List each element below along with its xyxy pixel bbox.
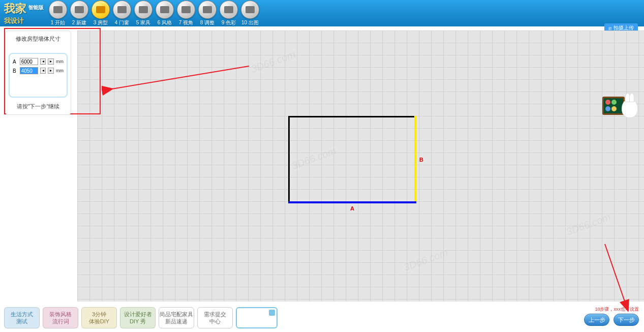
camera-icon: ⎚ <box>608 25 611 31</box>
svg-line-1 <box>112 66 249 89</box>
step-circle-icon <box>177 1 195 19</box>
dim-input-b[interactable] <box>20 67 38 74</box>
step-10[interactable]: 10 出图 <box>241 1 259 26</box>
step-label: 6 风格 <box>158 19 172 26</box>
wall-left[interactable] <box>288 116 290 203</box>
step-8[interactable]: 8 调整 <box>198 1 217 26</box>
dim-decrease-button[interactable]: ◂ <box>40 68 46 74</box>
dim-decrease-button[interactable]: ◂ <box>40 58 46 65</box>
step-6[interactable]: 6 风格 <box>156 1 174 26</box>
dimension-marker-a: A <box>350 205 354 212</box>
dimension-box: A◂▸mmB◂▸mm <box>9 53 68 98</box>
panel-title: 修改房型墙体尺寸 <box>9 35 68 43</box>
tab-label: 生活方式测试 <box>11 311 33 325</box>
dimension-panel: 修改房型墙体尺寸 A◂▸mmB◂▸mm 请按"下一步"继续 <box>5 31 71 115</box>
dim-increase-button[interactable]: ▸ <box>48 68 54 74</box>
mascot <box>602 97 638 122</box>
tab-label: 装饰风格流行词 <box>49 311 72 325</box>
step-circle-icon <box>91 1 110 19</box>
annotation-arrow-1 <box>102 61 254 102</box>
step-circle-icon <box>113 1 131 19</box>
dim-input-a[interactable] <box>20 58 38 65</box>
step-label: 1 开始 <box>51 19 65 26</box>
bottom-tab-1[interactable]: 装饰风格流行词 <box>43 307 78 328</box>
chat-box[interactable] <box>236 307 278 328</box>
bottom-tab-0[interactable]: 生活方式测试 <box>4 307 40 328</box>
step-label: 8 调整 <box>200 19 214 26</box>
step-label: 10 出图 <box>241 19 259 26</box>
bottom-tab-4[interactable]: 尚品宅配家具新品速递 <box>159 307 194 328</box>
dim-unit: mm <box>56 59 64 64</box>
app-logo: 我家 我设计 智能版 <box>4 1 44 25</box>
dimension-marker-b: B <box>419 157 423 163</box>
tab-label: 设计爱好者DIY 秀 <box>124 311 152 325</box>
step-circle-icon <box>49 1 67 19</box>
step-4[interactable]: 4 门窗 <box>113 1 131 26</box>
step-circle-icon <box>220 1 238 19</box>
wizard-steps: 1 开始2 新建3 房型4 门窗5 家具6 风格7 视角8 调整9 色彩10 出… <box>49 1 259 26</box>
step-circle-icon <box>134 1 152 19</box>
dim-label: A <box>13 59 18 65</box>
step-label: 5 家具 <box>136 19 150 26</box>
wall-bottom-a[interactable] <box>288 201 416 203</box>
tab-label: 尚品宅配家具新品速递 <box>160 311 193 325</box>
wall-right-b[interactable] <box>414 116 416 203</box>
bottom-tab-2[interactable]: 3分钟体验DIY <box>81 307 117 328</box>
tab-label: 3分钟体验DIY <box>89 311 109 325</box>
step-circle-icon <box>70 1 88 19</box>
step-3[interactable]: 3 房型 <box>91 1 110 26</box>
dim-row-b: B◂▸mm <box>13 67 64 74</box>
step-label: 4 门窗 <box>115 19 129 26</box>
chat-icon <box>269 310 275 316</box>
step-7[interactable]: 7 视角 <box>177 1 195 26</box>
step-label: 7 视角 <box>179 19 193 26</box>
watermark: 3D66.com <box>565 211 612 238</box>
dim-label: B <box>13 68 18 74</box>
logo-script: 我设计 <box>4 16 26 25</box>
step-9[interactable]: 9 色彩 <box>220 1 238 26</box>
tab-label: 需求提交中心 <box>204 311 226 325</box>
room-rectangle[interactable]: A B <box>288 116 416 203</box>
dim-increase-button[interactable]: ▸ <box>48 58 54 65</box>
logo-main: 我家 <box>4 1 26 16</box>
step-label: 3 房型 <box>94 19 108 26</box>
step-label: 2 新建 <box>72 19 86 26</box>
watermark: 3D66.com <box>250 48 297 75</box>
bottom-bar: 生活方式测试装饰风格流行词3分钟体验DIY设计爱好者DIY 秀尚品宅配家具新品速… <box>0 304 644 332</box>
step-1[interactable]: 1 开始 <box>49 1 67 26</box>
step-circle-icon <box>198 1 217 19</box>
logo-sub: 智能版 <box>28 4 44 11</box>
panel-hint: 请按"下一步"继续 <box>9 103 68 110</box>
step-2[interactable]: 2 新建 <box>70 1 88 26</box>
step-label: 9 色彩 <box>222 19 236 26</box>
bunny-icon <box>622 99 638 118</box>
bottom-tab-3[interactable]: 设计爱好者DIY 秀 <box>120 307 156 328</box>
annotation-arrow-2 <box>600 239 640 320</box>
svg-line-3 <box>605 244 628 310</box>
dim-unit: mm <box>56 68 64 73</box>
step-5[interactable]: 5 家具 <box>134 1 152 26</box>
app-header: 我家 我设计 智能版 1 开始2 新建3 房型4 门窗5 家具6 风格7 视角8… <box>0 0 644 26</box>
wall-top[interactable] <box>288 116 416 117</box>
dim-row-a: A◂▸mm <box>13 58 64 65</box>
step-circle-icon <box>156 1 174 19</box>
step-circle-icon <box>241 1 259 19</box>
watermark: 3D66.com <box>402 247 450 274</box>
bottom-tab-5[interactable]: 需求提交中心 <box>197 307 233 328</box>
